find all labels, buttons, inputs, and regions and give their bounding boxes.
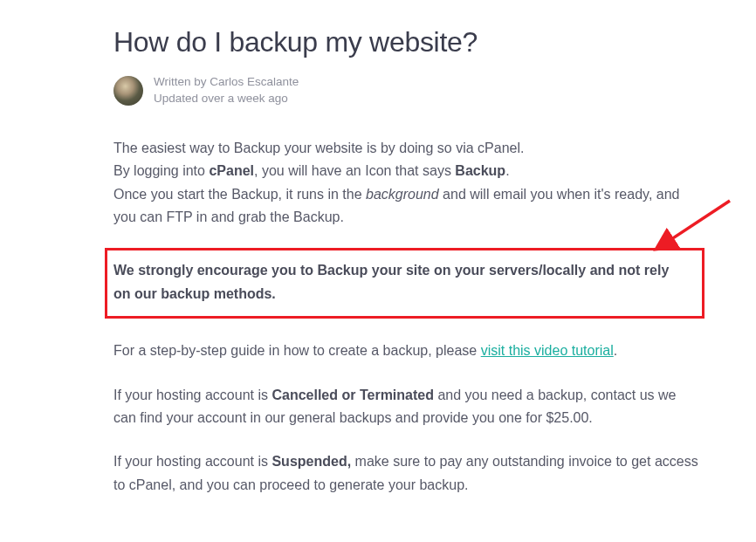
bold-backup: Backup [455,163,505,178]
author-name: Carlos Escalante [210,75,299,88]
bold-suspended: Suspended, [271,454,351,469]
text-fragment: . [614,343,617,358]
paragraph-intro-2: By logging into cPanel, you will have an… [113,160,699,182]
updated-line: Updated over a week ago [154,91,299,107]
text-fragment: If your hosting account is [113,454,271,469]
video-tutorial-link[interactable]: visit this video tutorial [481,343,614,358]
avatar [113,76,143,106]
text-fragment: , you will have an Icon that says [254,163,455,178]
highlight-text: We strongly encourage you to Backup your… [113,259,690,305]
text-fragment: For a step-by-step guide in how to creat… [113,343,481,358]
author-block: Written by Carlos Escalante Updated over… [113,74,699,107]
bold-cancelled: Cancelled or Terminated [271,388,434,402]
paragraph-suspended: If your hosting account is Suspended, ma… [113,450,699,497]
bold-cpanel: cPanel [209,163,254,178]
text-fragment: By logging into [113,163,209,178]
highlighted-callout: We strongly encourage you to Backup your… [105,248,704,319]
text-fragment: If your hosting account is [113,388,271,402]
paragraph-intro-1: The easiest way to Backup your website i… [113,137,699,160]
paragraph-cancelled: If your hosting account is Cancelled or … [113,384,699,430]
paragraph-tutorial: For a step-by-step guide in how to creat… [113,340,699,362]
paragraph-intro-3: Once you start the Backup, it runs in th… [113,183,699,230]
article-body: The easiest way to Backup your website i… [113,137,699,497]
written-by-prefix: Written by [154,75,210,88]
page-title: How do I backup my website? [113,26,699,58]
written-by-line: Written by Carlos Escalante [154,74,299,91]
text-fragment: . [505,163,509,178]
text-fragment: Once you start the Backup, it runs in th… [113,187,366,202]
italic-background: background [366,187,439,202]
author-text: Written by Carlos Escalante Updated over… [154,74,299,107]
